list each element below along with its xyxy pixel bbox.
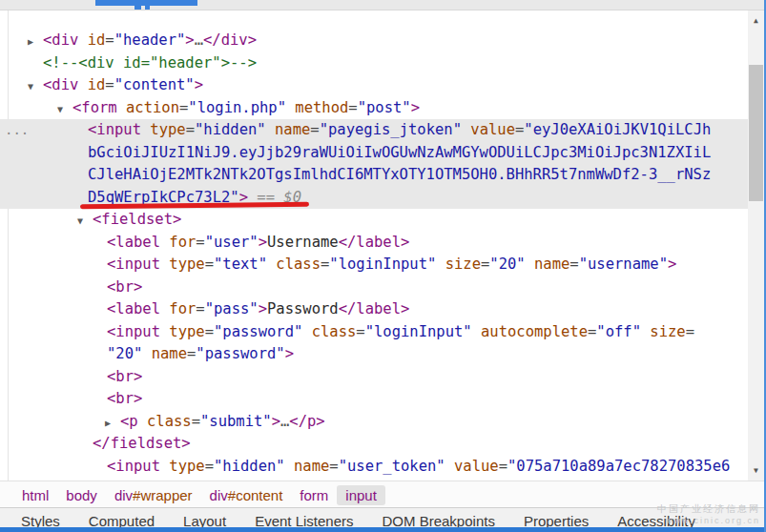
top-strip [0,0,766,10]
code-token [285,458,294,475]
dom-node-line[interactable]: <input type="password" class="loginInput… [0,321,748,344]
code-token: <br> [107,390,142,407]
scroll-up-button[interactable]: ▲ [748,12,764,29]
dom-node-line[interactable]: ...<input type="hidden" name="payegis_jt… [0,119,748,142]
code-token: > [259,300,267,317]
code-token: = [105,76,114,93]
dom-node-line[interactable]: <input type="hidden" name="user_token" v… [0,456,748,479]
code-token: name [275,121,310,138]
code-token: <div [43,76,88,93]
breadcrumb-item-body[interactable]: body [57,485,106,505]
dom-node-line[interactable]: <label for="user">Username</label> [0,232,748,255]
dom-node-line[interactable]: bGciOiJIUzI1NiJ9.eyJjb29raWUiOiIwOGUwNzA… [0,142,748,165]
code-token: = [186,121,195,138]
scrollbar-thumb[interactable] [749,65,763,201]
code-token: = [192,413,200,430]
tab-dom-breakpoints[interactable]: DOM Breakpoints [383,508,495,528]
dom-node-line[interactable]: ▼<form action="login.php" method="post"> [0,97,748,120]
breadcrumb-item-input[interactable]: input [337,485,385,505]
code-token [462,121,470,138]
code-token [445,458,454,475]
dom-node-line[interactable]: D5qWErpIkCPc73L2"> == $0 [0,187,748,210]
code-token: "user_token" [339,458,445,475]
code-token [286,99,295,116]
collapsed-twisty-icon[interactable]: ▶ [105,412,111,435]
code-token: = [179,99,188,116]
code-token [436,256,445,273]
code-token: <input [107,458,169,475]
code-token: </label> [339,234,410,251]
code-token: > [285,345,294,362]
code-token: <input [107,323,169,340]
code-token: name [294,458,329,475]
dom-node-line[interactable]: <label for="pass">Password</label> [0,298,748,321]
tab-computed[interactable]: Computed [89,508,155,528]
dom-node-line[interactable]: <br> [0,276,748,299]
code-token: = [348,99,357,116]
collapsed-twisty-icon[interactable]: ▶ [28,31,33,53]
code-token: > [195,76,203,93]
code-token: "hidden" [195,121,266,138]
watermark-url: www.cinic.org.cn [657,516,760,525]
code-token [472,323,481,340]
expanded-twisty-icon[interactable]: ▼ [28,75,33,98]
elements-panel: ▶<div id="header">…</div><!--<div id="he… [0,10,748,481]
code-token: class [147,413,192,430]
dom-node-line[interactable]: <input type="text" class="loginInput" si… [0,254,748,276]
scroll-down-button[interactable]: ▼ [748,462,764,479]
dom-node-line[interactable]: ▼<fieldset> [0,209,748,232]
code-token: > [272,413,280,430]
code-token: size [650,323,685,340]
code-token: "payegis_jtoken" [320,121,462,138]
code-token [267,256,276,273]
tab-styles[interactable]: Styles [21,508,60,528]
tab-layout[interactable]: Layout [183,508,226,528]
code-token: = [205,256,214,273]
tab-properties[interactable]: Properties [524,508,589,528]
breadcrumb-tag: div [210,487,228,503]
code-token: "password" [196,345,284,362]
code-token: "content" [114,76,195,93]
dom-node-line[interactable]: <!--<div id="header">--> [0,52,748,75]
dom-node-line[interactable]: <br> [0,366,748,389]
code-token: "loginInput" [365,323,472,340]
code-token: "post" [358,99,411,116]
expanded-twisty-icon[interactable]: ▼ [77,210,83,233]
code-token: = [499,458,507,475]
breadcrumb-item-html[interactable]: html [13,485,57,505]
code-token: id [88,76,106,93]
breadcrumb-item-form[interactable]: form [291,485,337,505]
code-token: size [445,256,481,273]
code-token: … [280,413,289,430]
breadcrumb-tag: div [114,487,133,503]
code-token: <label [107,300,169,317]
code-token: type [169,458,204,475]
dom-node-line[interactable]: <br> [0,388,748,411]
dom-node-line[interactable]: "20" name="password"> [0,343,748,366]
dom-tree: ▶<div id="header">…</div><!--<div id="he… [0,30,748,478]
vertical-scrollbar[interactable]: ▲ ▼ [748,10,764,481]
breadcrumb-item-div-content[interactable]: div#content [201,485,292,505]
code-token: "user" [205,234,259,251]
code-token: <form [72,99,126,116]
dom-node-line[interactable]: ▶<p class="submit">…</p> [0,411,748,434]
code-token: <label [107,234,169,251]
dom-node-line[interactable]: ▼<div id="content"> [0,74,748,97]
code-token: "password" [214,323,302,340]
code-token: value [470,121,515,138]
code-token: for [169,300,196,317]
code-token: </fieldset> [93,435,191,452]
tab-event-listeners[interactable]: Event Listeners [255,508,353,528]
dom-node-line[interactable]: </fieldset> [0,433,748,456]
code-token: = [356,323,364,340]
dom-node-line[interactable]: ▶<div id="header">…</div> [0,30,748,52]
breadcrumb-tag: input [345,487,377,503]
code-token: "20" [107,345,142,362]
code-token: = [196,234,204,251]
expanded-twisty-icon[interactable]: ▼ [57,98,63,121]
code-token: </label> [339,300,410,317]
code-token: "eyJ0eXAiOiJKV1QiLCJh [524,121,711,138]
watermark: 中国产业经济信息网 www.cinic.org.cn [657,502,760,525]
breadcrumb-item-div-wrapper[interactable]: div#wrapper [106,485,201,505]
dom-node-line[interactable]: CJleHAiOjE2MTk2NTk2OTgsImlhdCI6MTYxOTY1O… [0,164,748,187]
